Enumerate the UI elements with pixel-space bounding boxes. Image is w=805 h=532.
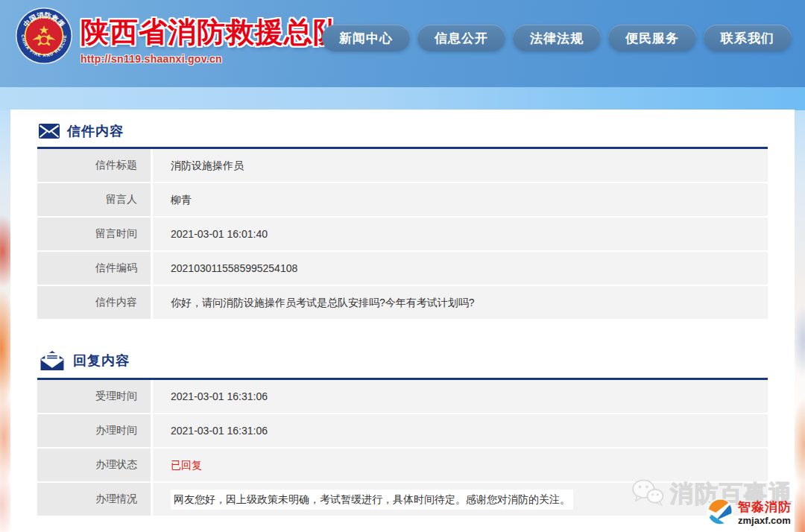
row-value: 你好，请问消防设施操作员考试是总队安排吗?今年有考试计划吗? (153, 286, 768, 319)
row-value: 2021-03-01 16:31:06 (153, 380, 768, 413)
reply-section: 回复内容 受理时间 2021-03-01 16:31:06 办理时间 2021-… (37, 349, 768, 516)
table-row: 办理时间 2021-03-01 16:31:06 (37, 414, 768, 447)
letter-section: 信件内容 信件标题 消防设施操作员 留言人 柳青 留言时间 2021-03-01… (37, 122, 768, 319)
letter-table: 信件标题 消防设施操作员 留言人 柳青 留言时间 2021-03-01 16:0… (37, 147, 768, 319)
row-label: 信件内容 (37, 286, 153, 319)
row-label: 办理时间 (37, 414, 153, 447)
row-label: 受理时间 (37, 380, 153, 413)
table-row: 信件标题 消防设施操作员 (37, 149, 768, 182)
envelope-icon (39, 124, 60, 139)
zhimiao-url: zmjaxf.com (738, 515, 792, 527)
emblem-icon: 中国消防救援 CHINA FIRE AND RESCUE (15, 7, 73, 65)
row-value: 2021030115585995254108 (153, 252, 768, 285)
table-row: 受理时间 2021-03-01 16:31:06 (37, 380, 768, 413)
envelope-open-icon (39, 349, 66, 371)
table-row: 办理情况 网友您好，因上级政策未明确，考试暂缓进行，具体时间待定。感谢您对消防的… (37, 483, 768, 516)
status-badge: 已回复 (153, 449, 768, 481)
row-label: 留言人 (37, 183, 153, 216)
row-value: 消防设施操作员 (153, 149, 768, 182)
nav-item-news-center[interactable]: 新闻中心 (322, 25, 410, 51)
site-title: 陕西省消防救援总队 (80, 13, 342, 51)
table-row: 留言时间 2021-03-01 16:01:40 (37, 218, 768, 250)
letter-section-title: 信件内容 (67, 122, 124, 140)
row-label: 留言时间 (37, 218, 153, 250)
row-label: 办理情况 (37, 483, 153, 516)
nav-item-info-public[interactable]: 信息公开 (417, 25, 505, 51)
brand-block: 陕西省消防救援总队 http://sn119.shaanxi.gov.cn (80, 13, 342, 65)
table-row: 办理状态 已回复 (37, 449, 768, 481)
main-nav: 新闻中心 信息公开 法律法规 便民服务 联系我们 (322, 25, 792, 51)
watermark-zhimiao: 智淼消防 zmjaxf.com (706, 498, 792, 529)
reply-text: 网友您好，因上级政策未明确，考试暂缓进行，具体时间待定。感谢您对消防的关注。 (171, 490, 573, 510)
row-value: 2021-03-01 16:31:06 (153, 414, 768, 447)
content-panel: 信件内容 信件标题 消防设施操作员 留言人 柳青 留言时间 2021-03-01… (10, 110, 795, 532)
zhimiao-text-block: 智淼消防 zmjaxf.com (738, 501, 792, 526)
reply-section-title: 回复内容 (73, 352, 130, 370)
nav-item-contact-us[interactable]: 联系我们 (704, 25, 792, 51)
site-url-link[interactable]: http://sn119.shaanxi.gov.cn (80, 53, 342, 65)
sky-strip (0, 87, 805, 110)
table-row: 信件编码 2021030115585995254108 (37, 252, 768, 285)
site-header: 中国消防救援 CHINA FIRE AND RESCUE 陕西省消防救援总队 h… (0, 0, 805, 87)
zhimiao-logo-icon (706, 498, 734, 529)
fire-rescue-emblem-logo[interactable]: 中国消防救援 CHINA FIRE AND RESCUE (15, 7, 73, 65)
reply-section-header: 回复内容 (39, 349, 768, 371)
table-row: 留言人 柳青 (37, 183, 768, 216)
row-value: 2021-03-01 16:01:40 (153, 218, 768, 250)
nav-item-services[interactable]: 便民服务 (608, 25, 696, 51)
letter-section-header: 信件内容 (39, 122, 768, 140)
row-label: 办理状态 (37, 449, 153, 481)
row-value: 网友您好，因上级政策未明确，考试暂缓进行，具体时间待定。感谢您对消防的关注。 (153, 483, 768, 516)
reply-table: 受理时间 2021-03-01 16:31:06 办理时间 2021-03-01… (37, 378, 768, 516)
nav-item-laws[interactable]: 法律法规 (513, 25, 601, 51)
table-row: 信件内容 你好，请问消防设施操作员考试是总队安排吗?今年有考试计划吗? (37, 286, 768, 319)
row-label: 信件编码 (37, 252, 153, 285)
row-label: 信件标题 (37, 149, 153, 182)
zhimiao-brand: 智淼消防 (738, 501, 792, 515)
row-value: 柳青 (153, 183, 768, 216)
